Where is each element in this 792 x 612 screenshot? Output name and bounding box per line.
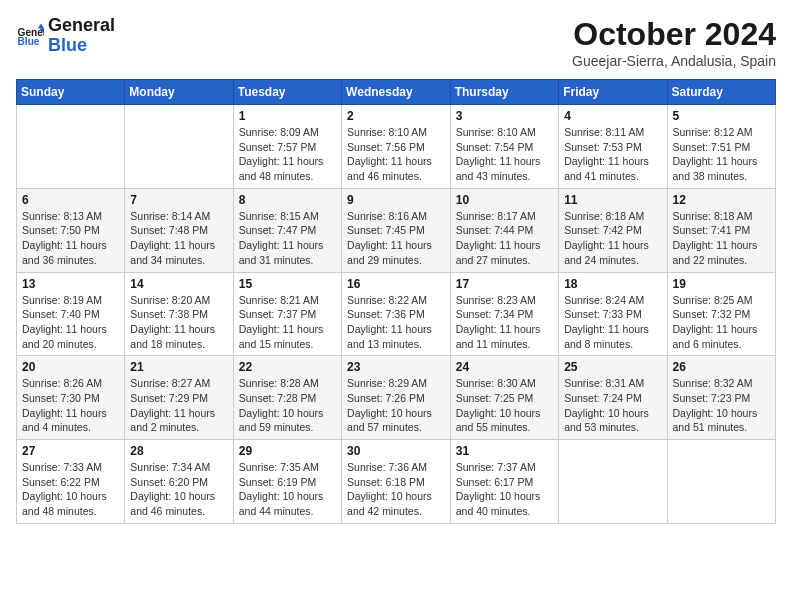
- weekday-header-row: SundayMondayTuesdayWednesdayThursdayFrid…: [17, 80, 776, 105]
- calendar-cell: 14Sunrise: 8:20 AM Sunset: 7:38 PM Dayli…: [125, 272, 233, 356]
- day-detail: Sunrise: 8:20 AM Sunset: 7:38 PM Dayligh…: [130, 293, 227, 352]
- calendar-cell: 8Sunrise: 8:15 AM Sunset: 7:47 PM Daylig…: [233, 188, 341, 272]
- calendar-cell: 25Sunrise: 8:31 AM Sunset: 7:24 PM Dayli…: [559, 356, 667, 440]
- weekday-thursday: Thursday: [450, 80, 558, 105]
- day-number: 1: [239, 109, 336, 123]
- calendar-cell: [125, 105, 233, 189]
- calendar-cell: 21Sunrise: 8:27 AM Sunset: 7:29 PM Dayli…: [125, 356, 233, 440]
- day-detail: Sunrise: 8:14 AM Sunset: 7:48 PM Dayligh…: [130, 209, 227, 268]
- month-title: October 2024: [572, 16, 776, 53]
- svg-text:Blue: Blue: [18, 36, 40, 47]
- calendar-cell: 12Sunrise: 8:18 AM Sunset: 7:41 PM Dayli…: [667, 188, 775, 272]
- calendar-cell: 16Sunrise: 8:22 AM Sunset: 7:36 PM Dayli…: [342, 272, 451, 356]
- day-detail: Sunrise: 8:12 AM Sunset: 7:51 PM Dayligh…: [673, 125, 770, 184]
- day-number: 26: [673, 360, 770, 374]
- day-number: 27: [22, 444, 119, 458]
- calendar-cell: 15Sunrise: 8:21 AM Sunset: 7:37 PM Dayli…: [233, 272, 341, 356]
- logo: General Blue General Blue: [16, 16, 115, 56]
- day-number: 23: [347, 360, 445, 374]
- title-block: October 2024 Gueejar-Sierra, Andalusia, …: [572, 16, 776, 69]
- day-number: 18: [564, 277, 661, 291]
- day-number: 16: [347, 277, 445, 291]
- day-number: 22: [239, 360, 336, 374]
- calendar-cell: 22Sunrise: 8:28 AM Sunset: 7:28 PM Dayli…: [233, 356, 341, 440]
- calendar-cell: 2Sunrise: 8:10 AM Sunset: 7:56 PM Daylig…: [342, 105, 451, 189]
- week-row-3: 13Sunrise: 8:19 AM Sunset: 7:40 PM Dayli…: [17, 272, 776, 356]
- day-detail: Sunrise: 8:29 AM Sunset: 7:26 PM Dayligh…: [347, 376, 445, 435]
- day-number: 29: [239, 444, 336, 458]
- week-row-2: 6Sunrise: 8:13 AM Sunset: 7:50 PM Daylig…: [17, 188, 776, 272]
- week-row-5: 27Sunrise: 7:33 AM Sunset: 6:22 PM Dayli…: [17, 440, 776, 524]
- calendar-cell: 23Sunrise: 8:29 AM Sunset: 7:26 PM Dayli…: [342, 356, 451, 440]
- day-detail: Sunrise: 8:25 AM Sunset: 7:32 PM Dayligh…: [673, 293, 770, 352]
- day-number: 31: [456, 444, 553, 458]
- calendar-cell: 28Sunrise: 7:34 AM Sunset: 6:20 PM Dayli…: [125, 440, 233, 524]
- calendar-cell: 31Sunrise: 7:37 AM Sunset: 6:17 PM Dayli…: [450, 440, 558, 524]
- weekday-monday: Monday: [125, 80, 233, 105]
- day-number: 10: [456, 193, 553, 207]
- day-detail: Sunrise: 7:34 AM Sunset: 6:20 PM Dayligh…: [130, 460, 227, 519]
- weekday-saturday: Saturday: [667, 80, 775, 105]
- calendar-cell: 7Sunrise: 8:14 AM Sunset: 7:48 PM Daylig…: [125, 188, 233, 272]
- calendar-cell: [667, 440, 775, 524]
- calendar-cell: 18Sunrise: 8:24 AM Sunset: 7:33 PM Dayli…: [559, 272, 667, 356]
- weekday-tuesday: Tuesday: [233, 80, 341, 105]
- calendar-cell: 5Sunrise: 8:12 AM Sunset: 7:51 PM Daylig…: [667, 105, 775, 189]
- page-header: General Blue General Blue October 2024 G…: [16, 16, 776, 69]
- day-detail: Sunrise: 8:24 AM Sunset: 7:33 PM Dayligh…: [564, 293, 661, 352]
- day-detail: Sunrise: 8:16 AM Sunset: 7:45 PM Dayligh…: [347, 209, 445, 268]
- calendar-cell: [559, 440, 667, 524]
- logo-general: General: [48, 16, 115, 36]
- calendar-cell: 9Sunrise: 8:16 AM Sunset: 7:45 PM Daylig…: [342, 188, 451, 272]
- calendar-cell: 6Sunrise: 8:13 AM Sunset: 7:50 PM Daylig…: [17, 188, 125, 272]
- weekday-sunday: Sunday: [17, 80, 125, 105]
- day-detail: Sunrise: 8:10 AM Sunset: 7:56 PM Dayligh…: [347, 125, 445, 184]
- svg-marker-2: [38, 23, 44, 28]
- day-detail: Sunrise: 8:30 AM Sunset: 7:25 PM Dayligh…: [456, 376, 553, 435]
- calendar-cell: 24Sunrise: 8:30 AM Sunset: 7:25 PM Dayli…: [450, 356, 558, 440]
- calendar-cell: 10Sunrise: 8:17 AM Sunset: 7:44 PM Dayli…: [450, 188, 558, 272]
- day-detail: Sunrise: 7:37 AM Sunset: 6:17 PM Dayligh…: [456, 460, 553, 519]
- day-number: 24: [456, 360, 553, 374]
- day-number: 7: [130, 193, 227, 207]
- calendar-cell: 13Sunrise: 8:19 AM Sunset: 7:40 PM Dayli…: [17, 272, 125, 356]
- calendar-cell: 1Sunrise: 8:09 AM Sunset: 7:57 PM Daylig…: [233, 105, 341, 189]
- day-detail: Sunrise: 8:13 AM Sunset: 7:50 PM Dayligh…: [22, 209, 119, 268]
- day-number: 5: [673, 109, 770, 123]
- logo-icon: General Blue: [16, 22, 44, 50]
- day-detail: Sunrise: 8:09 AM Sunset: 7:57 PM Dayligh…: [239, 125, 336, 184]
- calendar-cell: 30Sunrise: 7:36 AM Sunset: 6:18 PM Dayli…: [342, 440, 451, 524]
- weekday-friday: Friday: [559, 80, 667, 105]
- day-detail: Sunrise: 7:35 AM Sunset: 6:19 PM Dayligh…: [239, 460, 336, 519]
- logo-blue: Blue: [48, 36, 115, 56]
- day-number: 13: [22, 277, 119, 291]
- day-number: 15: [239, 277, 336, 291]
- calendar-cell: 19Sunrise: 8:25 AM Sunset: 7:32 PM Dayli…: [667, 272, 775, 356]
- day-number: 28: [130, 444, 227, 458]
- calendar-table: SundayMondayTuesdayWednesdayThursdayFrid…: [16, 79, 776, 524]
- day-number: 14: [130, 277, 227, 291]
- day-detail: Sunrise: 8:10 AM Sunset: 7:54 PM Dayligh…: [456, 125, 553, 184]
- day-detail: Sunrise: 7:36 AM Sunset: 6:18 PM Dayligh…: [347, 460, 445, 519]
- calendar-cell: 20Sunrise: 8:26 AM Sunset: 7:30 PM Dayli…: [17, 356, 125, 440]
- calendar-cell: 29Sunrise: 7:35 AM Sunset: 6:19 PM Dayli…: [233, 440, 341, 524]
- calendar-cell: 4Sunrise: 8:11 AM Sunset: 7:53 PM Daylig…: [559, 105, 667, 189]
- day-detail: Sunrise: 8:22 AM Sunset: 7:36 PM Dayligh…: [347, 293, 445, 352]
- week-row-1: 1Sunrise: 8:09 AM Sunset: 7:57 PM Daylig…: [17, 105, 776, 189]
- day-detail: Sunrise: 7:33 AM Sunset: 6:22 PM Dayligh…: [22, 460, 119, 519]
- day-number: 8: [239, 193, 336, 207]
- day-number: 20: [22, 360, 119, 374]
- day-number: 3: [456, 109, 553, 123]
- calendar-cell: 27Sunrise: 7:33 AM Sunset: 6:22 PM Dayli…: [17, 440, 125, 524]
- day-detail: Sunrise: 8:32 AM Sunset: 7:23 PM Dayligh…: [673, 376, 770, 435]
- day-detail: Sunrise: 8:21 AM Sunset: 7:37 PM Dayligh…: [239, 293, 336, 352]
- calendar-body: 1Sunrise: 8:09 AM Sunset: 7:57 PM Daylig…: [17, 105, 776, 524]
- day-detail: Sunrise: 8:23 AM Sunset: 7:34 PM Dayligh…: [456, 293, 553, 352]
- day-detail: Sunrise: 8:28 AM Sunset: 7:28 PM Dayligh…: [239, 376, 336, 435]
- day-detail: Sunrise: 8:18 AM Sunset: 7:42 PM Dayligh…: [564, 209, 661, 268]
- day-detail: Sunrise: 8:27 AM Sunset: 7:29 PM Dayligh…: [130, 376, 227, 435]
- day-number: 21: [130, 360, 227, 374]
- weekday-wednesday: Wednesday: [342, 80, 451, 105]
- day-detail: Sunrise: 8:19 AM Sunset: 7:40 PM Dayligh…: [22, 293, 119, 352]
- day-number: 19: [673, 277, 770, 291]
